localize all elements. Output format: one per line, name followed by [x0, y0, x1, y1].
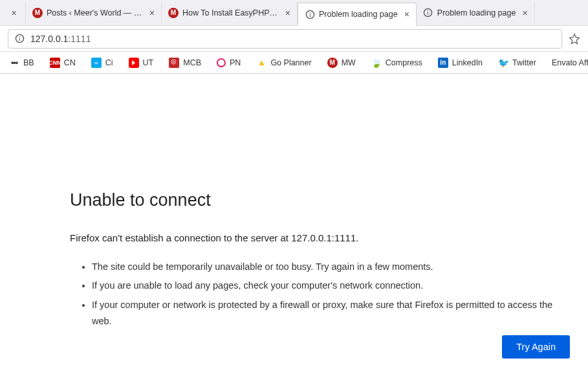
bookmark-pn[interactable]: PN: [212, 58, 246, 67]
compress-icon: 🍃: [371, 58, 382, 68]
url-host: 127.0.0.1: [30, 34, 68, 44]
bookmark-twitter[interactable]: 🐦Twitter: [493, 58, 541, 68]
bookmark-label: Compress: [386, 58, 422, 67]
close-icon[interactable]: ×: [522, 8, 527, 17]
svg-text:i: i: [19, 35, 21, 42]
bookmark-label: LinkedIn: [452, 58, 483, 67]
bookmark-label: PN: [230, 58, 241, 67]
url-port: :1111: [68, 34, 91, 44]
bookmark-ut[interactable]: UT: [124, 58, 159, 68]
bookmark-cn[interactable]: CNNCN: [45, 58, 81, 68]
youtube-icon: [129, 58, 139, 68]
error-subtitle: Firefox can't establish a connection to …: [70, 232, 569, 243]
tab-4[interactable]: i Problem loading page ×: [417, 2, 535, 24]
site-info-icon[interactable]: i: [15, 34, 25, 44]
tab-0[interactable]: ×: [0, 2, 26, 24]
svg-text:i: i: [427, 9, 429, 16]
bookmark-envato[interactable]: Envato Aff: [547, 58, 588, 67]
tab-title: How To Install EasyPHP Devse: [182, 8, 279, 17]
tab-title: Posts ‹ Meer's World — Word: [47, 8, 143, 17]
close-icon[interactable]: ×: [285, 8, 290, 17]
favicon-m-icon: M: [32, 8, 43, 18]
url-bar[interactable]: i 127.0.0.1:1111: [8, 29, 562, 49]
tab-1[interactable]: M Posts ‹ Meer's World — Word ×: [26, 2, 162, 24]
linkedin-icon: in: [438, 58, 448, 68]
close-icon[interactable]: ×: [149, 8, 155, 17]
svg-text:i: i: [309, 11, 310, 18]
bookmark-bb[interactable]: •••BB: [4, 58, 39, 68]
url-text: 127.0.0.1:1111: [30, 34, 91, 44]
bookmark-label: UT: [143, 58, 154, 67]
goplanner-icon: [256, 58, 267, 68]
error-title: Unable to connect: [70, 190, 569, 210]
bookmark-label: Ci: [105, 58, 113, 67]
try-again-button[interactable]: Try Again: [502, 335, 570, 359]
bookmark-label: Twitter: [512, 58, 536, 67]
info-icon: i: [423, 8, 433, 18]
bookmark-mw[interactable]: MMW: [322, 58, 361, 68]
url-bar-row: i 127.0.0.1:1111: [0, 26, 588, 52]
twitter-icon: 🐦: [498, 58, 508, 68]
close-icon[interactable]: ×: [404, 10, 409, 19]
error-bullet: If you are unable to load any pages, che…: [92, 278, 569, 294]
favicon-m-icon: M: [168, 8, 179, 18]
bookmark-label: MW: [342, 58, 356, 67]
bookmark-star-icon[interactable]: [569, 33, 580, 45]
bookmark-mcb[interactable]: MCB: [164, 58, 206, 68]
tab-title: Problem loading page: [437, 8, 516, 17]
bookmark-label: Go Planner: [270, 58, 311, 67]
dots-icon: •••: [9, 58, 19, 68]
bookmark-compress[interactable]: 🍃Compress: [366, 58, 428, 68]
mw-icon: M: [327, 58, 338, 68]
tab-title: Problem loading page: [319, 10, 398, 19]
ci-icon: ⎓: [91, 58, 102, 68]
tab-3-active[interactable]: i Problem loading page ×: [298, 3, 417, 26]
bookmark-label: CN: [64, 58, 76, 67]
mcb-icon: [169, 58, 179, 68]
bookmark-ci[interactable]: ⎓Ci: [86, 58, 118, 68]
button-row: Try Again: [502, 335, 570, 359]
bookmark-label: Envato Aff: [552, 58, 588, 67]
bookmark-label: BB: [23, 58, 34, 67]
cnn-icon: CNN: [50, 58, 60, 68]
bookmark-goplanner[interactable]: Go Planner: [251, 58, 316, 68]
tab-2[interactable]: M How To Install EasyPHP Devse ×: [162, 2, 298, 24]
error-suggestions: The site could be temporarily unavailabl…: [70, 259, 569, 330]
error-page-content: Unable to connect Firefox can't establis…: [0, 74, 588, 330]
bookmark-linkedin[interactable]: inLinkedIn: [433, 58, 488, 68]
close-icon[interactable]: ×: [11, 8, 16, 17]
tab-bar: × M Posts ‹ Meer's World — Word × M How …: [0, 0, 588, 26]
pn-icon: [217, 58, 226, 67]
bookmark-label: MCB: [183, 58, 201, 67]
error-bullet: The site could be temporarily unavailabl…: [92, 259, 569, 275]
error-bullet: If your computer or network is protected…: [92, 297, 569, 330]
info-icon: i: [305, 9, 315, 19]
bookmarks-bar: •••BB CNNCN ⎓Ci UT MCB PN Go Planner MMW…: [0, 52, 588, 74]
